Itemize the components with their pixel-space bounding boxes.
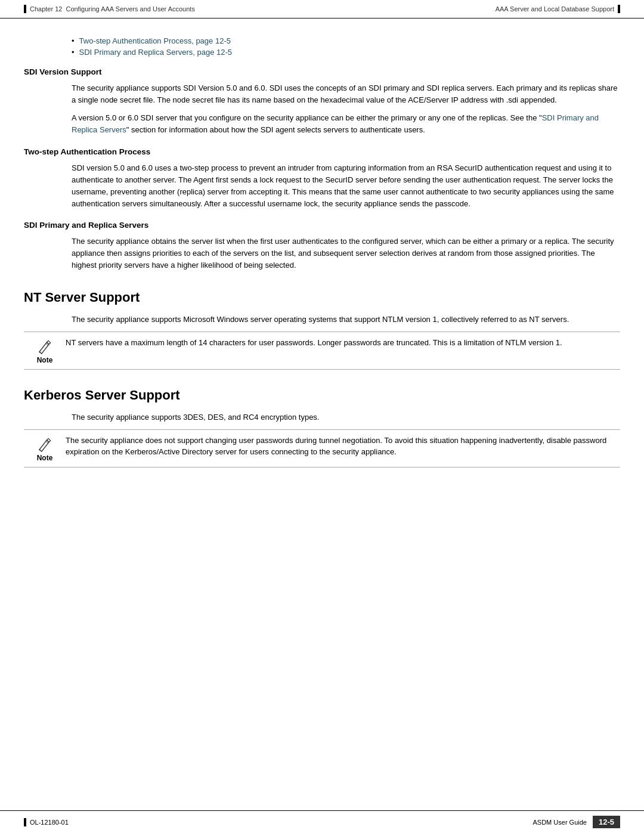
sdi-primary-link[interactable]: SDI Primary and Replica Servers, page 12… bbox=[79, 48, 233, 57]
header-right: AAA Server and Local Database Support bbox=[496, 5, 620, 13]
footer-right: ASDM User Guide 12-5 bbox=[532, 816, 620, 828]
two-step-link[interactable]: Two-step Authentication Process, page 12… bbox=[79, 36, 231, 45]
sdi-version-para2: A version 5.0 or 6.0 SDI server that you… bbox=[72, 112, 620, 136]
footer-bar bbox=[24, 818, 26, 826]
footer-asdm-label: ASDM User Guide bbox=[532, 819, 586, 826]
two-step-para: SDI version 5.0 and 6.0 uses a two-step … bbox=[72, 162, 620, 210]
page-footer: OL-12180-01 ASDM User Guide 12-5 bbox=[0, 810, 644, 833]
nt-server-para: The security appliance supports Microsof… bbox=[72, 314, 620, 326]
header-chapter: Chapter 12 bbox=[30, 5, 62, 13]
footer-doc-number: OL-12180-01 bbox=[30, 819, 69, 826]
header-bar-right bbox=[618, 5, 620, 13]
nt-note-icon-area: Note bbox=[24, 337, 66, 364]
svg-line-1 bbox=[46, 441, 48, 444]
list-item: Two-step Authentication Process, page 12… bbox=[72, 36, 620, 45]
sdi-primary-para: The security appliance obtains the serve… bbox=[72, 236, 620, 271]
kerberos-para: The security appliance supports 3DES, DE… bbox=[72, 411, 620, 423]
sdi-primary-inline-link[interactable]: SDI Primary and Replica Servers bbox=[72, 113, 599, 134]
kerberos-note-container: Note The security appliance does not sup… bbox=[24, 429, 620, 467]
sdi-primary-heading: SDI Primary and Replica Servers bbox=[24, 221, 620, 230]
kerberos-note-label: Note bbox=[37, 454, 53, 462]
nt-note-text: NT servers have a maximum length of 14 c… bbox=[66, 337, 620, 349]
page-header: Chapter 12 Configuring AAA Servers and U… bbox=[0, 0, 644, 18]
svg-line-0 bbox=[46, 343, 48, 345]
two-step-heading: Two-step Authentication Process bbox=[24, 147, 620, 156]
bullet-list: Two-step Authentication Process, page 12… bbox=[72, 36, 620, 57]
kerberos-heading: Kerberos Server Support bbox=[24, 388, 620, 403]
header-bar-left bbox=[24, 5, 26, 13]
page-number: 12-5 bbox=[593, 816, 620, 828]
nt-note-container: Note NT servers have a maximum length of… bbox=[24, 332, 620, 370]
pencil-icon bbox=[36, 338, 53, 355]
header-section: AAA Server and Local Database Support bbox=[496, 5, 614, 13]
nt-server-heading: NT Server Support bbox=[24, 290, 620, 305]
sdi-version-heading: SDI Version Support bbox=[24, 67, 620, 76]
footer-left: OL-12180-01 bbox=[24, 818, 69, 826]
list-item: SDI Primary and Replica Servers, page 12… bbox=[72, 48, 620, 57]
pencil-icon-2 bbox=[36, 436, 53, 453]
kerberos-note-text: The security appliance does not support … bbox=[66, 435, 620, 458]
kerberos-note-icon-area: Note bbox=[24, 435, 66, 462]
nt-note-label: Note bbox=[37, 356, 53, 364]
main-content: Two-step Authentication Process, page 12… bbox=[0, 18, 644, 513]
sdi-version-para1: The security appliance supports SDI Vers… bbox=[72, 82, 620, 106]
header-chapter-title: Configuring AAA Servers and User Account… bbox=[66, 5, 194, 13]
header-left: Chapter 12 Configuring AAA Servers and U… bbox=[24, 5, 195, 13]
